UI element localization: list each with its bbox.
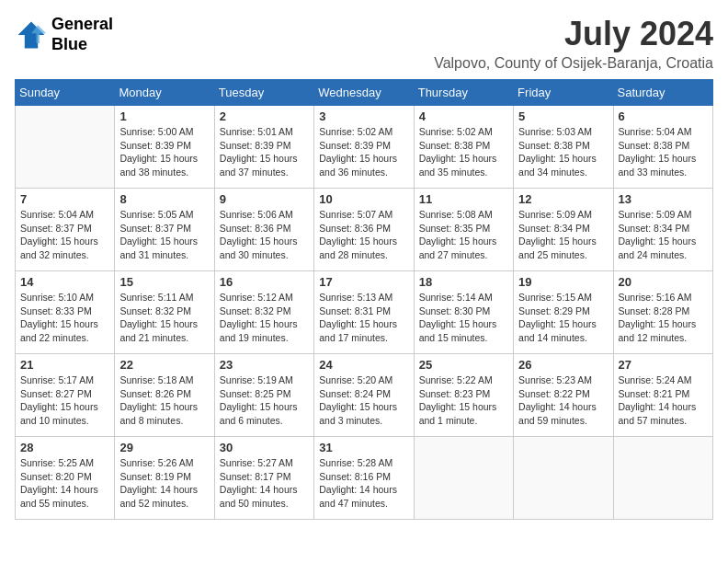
calendar-cell: 9Sunrise: 5:06 AMSunset: 8:36 PMDaylight… [214,189,313,271]
calendar-week-row: 21Sunrise: 5:17 AMSunset: 8:27 PMDayligh… [16,354,713,437]
calendar-cell: 4Sunrise: 5:02 AMSunset: 8:38 PMDaylight… [414,106,513,189]
svg-marker-0 [18,21,45,48]
day-number: 7 [20,192,109,206]
day-header-friday: Friday [514,80,613,106]
calendar-week-row: 28Sunrise: 5:25 AMSunset: 8:20 PMDayligh… [16,437,713,520]
calendar-cell: 23Sunrise: 5:19 AMSunset: 8:25 PMDayligh… [214,354,313,437]
cell-info: Sunrise: 5:12 AMSunset: 8:32 PMDaylight:… [220,291,309,345]
cell-info: Sunrise: 5:24 AMSunset: 8:21 PMDaylight:… [619,373,708,428]
calendar-cell: 1Sunrise: 5:00 AMSunset: 8:39 PMDaylight… [115,106,214,189]
calendar-cell: 19Sunrise: 5:15 AMSunset: 8:29 PMDayligh… [514,271,613,354]
cell-info: Sunrise: 5:20 AMSunset: 8:24 PMDaylight:… [319,373,408,428]
cell-info: Sunrise: 5:18 AMSunset: 8:26 PMDaylight:… [119,373,209,428]
logo-icon [15,18,48,52]
cell-info: Sunrise: 5:09 AMSunset: 8:34 PMDaylight:… [619,208,708,262]
calendar-cell: 7Sunrise: 5:04 AMSunset: 8:37 PMDaylight… [16,189,115,271]
calendar-week-row: 1Sunrise: 5:00 AMSunset: 8:39 PMDaylight… [16,106,713,189]
cell-info: Sunrise: 5:04 AMSunset: 8:37 PMDaylight:… [20,208,109,262]
day-number: 5 [518,109,608,123]
day-number: 18 [419,275,508,289]
cell-info: Sunrise: 5:16 AMSunset: 8:28 PMDaylight:… [619,291,708,345]
calendar-cell: 12Sunrise: 5:09 AMSunset: 8:34 PMDayligh… [514,189,613,271]
logo: General Blue [15,15,113,54]
cell-info: Sunrise: 5:09 AMSunset: 8:34 PMDaylight:… [518,208,608,262]
cell-info: Sunrise: 5:10 AMSunset: 8:33 PMDaylight:… [20,291,109,345]
day-number: 13 [619,192,708,206]
day-number: 11 [419,192,508,206]
day-header-sunday: Sunday [16,80,115,106]
day-number: 14 [20,275,109,289]
calendar-week-row: 7Sunrise: 5:04 AMSunset: 8:37 PMDaylight… [16,189,713,271]
calendar-cell [16,106,115,189]
day-number: 23 [220,358,309,372]
cell-info: Sunrise: 5:23 AMSunset: 8:22 PMDaylight:… [518,373,608,428]
calendar-cell [414,437,513,520]
calendar-cell: 16Sunrise: 5:12 AMSunset: 8:32 PMDayligh… [214,271,313,354]
day-header-saturday: Saturday [613,80,712,106]
calendar-cell: 13Sunrise: 5:09 AMSunset: 8:34 PMDayligh… [613,189,712,271]
calendar-cell: 24Sunrise: 5:20 AMSunset: 8:24 PMDayligh… [314,354,414,437]
day-number: 19 [518,275,608,289]
calendar-cell: 15Sunrise: 5:11 AMSunset: 8:32 PMDayligh… [115,271,214,354]
calendar-cell: 11Sunrise: 5:08 AMSunset: 8:35 PMDayligh… [414,189,513,271]
day-number: 30 [220,441,309,454]
day-number: 25 [419,358,508,372]
calendar-cell: 30Sunrise: 5:27 AMSunset: 8:17 PMDayligh… [214,437,313,520]
day-number: 28 [20,441,109,454]
calendar-cell: 20Sunrise: 5:16 AMSunset: 8:28 PMDayligh… [613,271,712,354]
cell-info: Sunrise: 5:26 AMSunset: 8:19 PMDaylight:… [119,456,209,511]
calendar-cell: 17Sunrise: 5:13 AMSunset: 8:31 PMDayligh… [314,271,414,354]
day-number: 15 [119,275,209,289]
cell-info: Sunrise: 5:02 AMSunset: 8:39 PMDaylight:… [319,125,408,179]
cell-info: Sunrise: 5:19 AMSunset: 8:25 PMDaylight:… [220,373,309,428]
day-number: 17 [319,275,408,289]
cell-info: Sunrise: 5:06 AMSunset: 8:36 PMDaylight:… [220,208,309,262]
calendar-cell: 3Sunrise: 5:02 AMSunset: 8:39 PMDaylight… [314,106,414,189]
day-number: 29 [119,441,209,454]
day-number: 4 [419,109,508,123]
cell-info: Sunrise: 5:22 AMSunset: 8:23 PMDaylight:… [419,373,508,428]
cell-info: Sunrise: 5:00 AMSunset: 8:39 PMDaylight:… [119,125,209,179]
day-number: 16 [220,275,309,289]
calendar-cell: 29Sunrise: 5:26 AMSunset: 8:19 PMDayligh… [115,437,214,520]
calendar-cell: 27Sunrise: 5:24 AMSunset: 8:21 PMDayligh… [613,354,712,437]
day-number: 24 [319,358,408,372]
calendar-cell: 18Sunrise: 5:14 AMSunset: 8:30 PMDayligh… [414,271,513,354]
day-header-tuesday: Tuesday [214,80,313,106]
logo-blue: Blue [51,35,113,55]
calendar-cell: 2Sunrise: 5:01 AMSunset: 8:39 PMDaylight… [214,106,313,189]
day-number: 2 [220,109,309,123]
logo-general: General [51,15,113,35]
cell-info: Sunrise: 5:04 AMSunset: 8:38 PMDaylight:… [619,125,708,179]
title-area: July 2024 Valpovo, County of Osijek-Bara… [434,15,713,72]
calendar-table: SundayMondayTuesdayWednesdayThursdayFrid… [15,79,713,520]
calendar-cell: 10Sunrise: 5:07 AMSunset: 8:36 PMDayligh… [314,189,414,271]
calendar-cell: 5Sunrise: 5:03 AMSunset: 8:38 PMDaylight… [514,106,613,189]
calendar-cell: 31Sunrise: 5:28 AMSunset: 8:16 PMDayligh… [314,437,414,520]
cell-info: Sunrise: 5:27 AMSunset: 8:17 PMDaylight:… [220,456,309,511]
day-header-wednesday: Wednesday [314,80,414,106]
day-number: 20 [619,275,708,289]
cell-info: Sunrise: 5:17 AMSunset: 8:27 PMDaylight:… [20,373,109,428]
cell-info: Sunrise: 5:01 AMSunset: 8:39 PMDaylight:… [220,125,309,179]
calendar-cell: 25Sunrise: 5:22 AMSunset: 8:23 PMDayligh… [414,354,513,437]
day-number: 31 [319,441,408,454]
calendar-header-row: SundayMondayTuesdayWednesdayThursdayFrid… [16,80,713,106]
cell-info: Sunrise: 5:03 AMSunset: 8:38 PMDaylight:… [518,125,608,179]
day-number: 9 [220,192,309,206]
day-number: 3 [319,109,408,123]
cell-info: Sunrise: 5:02 AMSunset: 8:38 PMDaylight:… [419,125,508,179]
cell-info: Sunrise: 5:05 AMSunset: 8:37 PMDaylight:… [119,208,209,262]
calendar-cell: 28Sunrise: 5:25 AMSunset: 8:20 PMDayligh… [16,437,115,520]
day-number: 8 [119,192,209,206]
calendar-cell [514,437,613,520]
cell-info: Sunrise: 5:15 AMSunset: 8:29 PMDaylight:… [518,291,608,345]
calendar-cell: 6Sunrise: 5:04 AMSunset: 8:38 PMDaylight… [613,106,712,189]
cell-info: Sunrise: 5:28 AMSunset: 8:16 PMDaylight:… [319,456,408,511]
day-number: 21 [20,358,109,372]
header-section: General Blue July 2024 Valpovo, County o… [15,15,713,72]
calendar-cell: 21Sunrise: 5:17 AMSunset: 8:27 PMDayligh… [16,354,115,437]
calendar-cell [613,437,712,520]
cell-info: Sunrise: 5:14 AMSunset: 8:30 PMDaylight:… [419,291,508,345]
day-number: 22 [119,358,209,372]
